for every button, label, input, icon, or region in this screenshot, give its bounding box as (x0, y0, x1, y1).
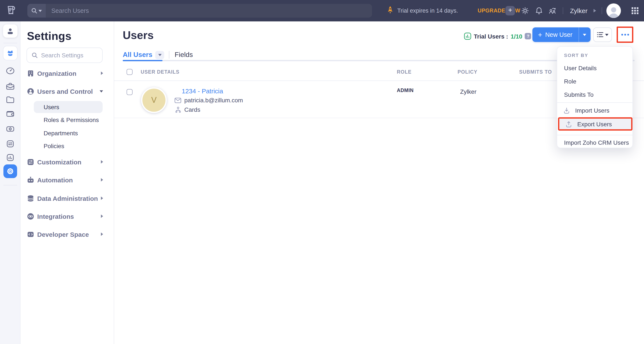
folder-icon[interactable] (5, 95, 15, 104)
chevron-right-icon[interactable] (594, 9, 596, 13)
sidebar-group-label: Automation (37, 176, 73, 184)
trial-users-label: Trial Users : (474, 33, 508, 40)
search-scope-selector[interactable] (27, 4, 46, 18)
sidebar-item-roles-permissions[interactable]: Roles & Permissions (34, 114, 103, 126)
import-icon (563, 107, 570, 114)
rail-divider (4, 185, 17, 185)
more-actions-button[interactable] (617, 27, 633, 43)
chevron-right-icon (101, 178, 103, 182)
menu-item-export-users[interactable]: Export Users (558, 117, 632, 131)
rail-divider (4, 43, 17, 43)
sidebar-group-developer-space[interactable]: Developer Space (27, 229, 103, 239)
switch-user-icon[interactable] (549, 7, 556, 15)
trial-chart-icon (464, 33, 471, 40)
bell-icon[interactable] (536, 7, 543, 15)
select-all-checkbox[interactable] (126, 69, 132, 75)
menu-item-label: Import Users (575, 107, 609, 114)
sidebar-group-automation[interactable]: Automation (27, 175, 103, 185)
sidebar-item-label: Roles & Permissions (44, 116, 99, 123)
person-icon (6, 27, 14, 35)
column-header-user-details[interactable]: USER DETAILS (141, 69, 180, 75)
search-settings-input[interactable] (41, 52, 97, 59)
settings-title: Settings (27, 30, 72, 43)
chevron-down-icon (158, 54, 162, 56)
chevron-down-icon (38, 10, 42, 12)
topbar-divider (602, 7, 602, 14)
building-icon (27, 70, 34, 77)
list-view-icon (597, 32, 603, 38)
new-user-dropdown-button[interactable] (578, 27, 590, 42)
menu-item-label: Submits To (564, 91, 594, 98)
user-role: ADMIN (397, 88, 414, 93)
trial-users-badge: Trial Users : 1/10 ? (464, 33, 531, 40)
chevron-down-icon (100, 90, 103, 92)
sidebar-item-label: Policies (44, 142, 64, 149)
rocket-icon (387, 6, 394, 16)
column-header-policy[interactable]: POLICY (458, 69, 478, 75)
app-logo-receipt-icon[interactable] (6, 5, 17, 17)
sidebar-item-users[interactable]: Users (34, 101, 103, 113)
admin-view-button[interactable] (3, 46, 17, 60)
active-tab-indicator (123, 60, 162, 61)
sidebar-group-integrations[interactable]: Integrations (27, 211, 103, 221)
tab-all-users[interactable]: All Users (123, 51, 152, 59)
dashboard-gauge-icon[interactable] (5, 66, 15, 76)
menu-item-sort-submits-to[interactable]: Submits To (557, 89, 632, 100)
list-view-toggle-button[interactable] (593, 27, 612, 42)
sidebar-group-customization[interactable]: Customization (27, 157, 103, 167)
sidebar-item-departments[interactable]: Departments (34, 127, 103, 139)
sidebar-group-label: Data Administration (37, 195, 98, 202)
my-profile-button[interactable] (3, 24, 17, 38)
chevron-right-icon (101, 197, 103, 200)
user-avatar[interactable]: V (141, 87, 167, 113)
row-checkbox[interactable] (126, 89, 132, 95)
sidebar-group-organization[interactable]: Organization (27, 68, 103, 78)
menu-item-import-zoho-crm-users[interactable]: Import Zoho CRM Users (557, 136, 632, 149)
new-user-button[interactable]: + New User (532, 27, 578, 42)
tab-divider (169, 51, 170, 59)
user-email: patricia.b@zillum.com (184, 97, 243, 104)
card-diamond-icon[interactable] (5, 124, 15, 134)
column-header-submits-to[interactable]: SUBMITS TO (519, 69, 552, 75)
tab-fields[interactable]: Fields (175, 51, 193, 59)
plus-icon: + (538, 31, 542, 38)
menu-divider (557, 135, 632, 135)
org-name[interactable]: Zylker (570, 7, 588, 14)
ellipsis-icon (627, 34, 629, 36)
hierarchy-icon (175, 106, 181, 113)
gear-icon[interactable] (521, 7, 529, 15)
menu-item-sort-role[interactable]: Role (557, 76, 632, 87)
avatar[interactable] (606, 4, 621, 18)
all-users-dropdown-button[interactable] (156, 51, 164, 59)
help-icon[interactable]: ? (525, 33, 531, 39)
sidebar-group-data-administration[interactable]: Data Administration (27, 193, 103, 203)
sidebar-group-users-and-control[interactable]: Users and Control (27, 86, 103, 96)
settings-active-button[interactable] (3, 164, 17, 178)
briefcase-icon[interactable] (5, 82, 15, 91)
sidebar-item-policies[interactable]: Policies (34, 140, 103, 152)
chevron-right-icon (101, 233, 103, 236)
code-icon (27, 231, 34, 238)
settings-sidebar: Settings Organization (20, 22, 114, 344)
left-icon-rail (0, 22, 20, 344)
view-tabs: All Users Fields (123, 50, 193, 60)
ellipsis-icon (624, 34, 626, 36)
menu-item-import-users[interactable]: Import Users (557, 104, 632, 117)
user-submits-to-value[interactable]: Cards (184, 106, 200, 113)
trial-expiry-text: Trial expires in 14 days. (397, 8, 458, 14)
menu-item-sort-user-details[interactable]: User Details (557, 63, 632, 74)
wallet-icon[interactable] (5, 109, 15, 119)
envelope-icon (174, 97, 181, 103)
bar-chart-icon[interactable] (5, 153, 15, 162)
search-users-input[interactable] (46, 7, 372, 14)
card-sliders-icon[interactable] (5, 139, 15, 148)
sidebar-group-label: Users and Control (37, 88, 93, 95)
user-name-link[interactable]: 1234 - Patricia (182, 87, 223, 95)
chevron-right-icon (101, 72, 103, 75)
apps-grid-icon[interactable] (632, 7, 638, 14)
sidebar-group-label: Customization (37, 158, 82, 165)
menu-divider (557, 102, 632, 103)
column-header-role[interactable]: ROLE (397, 69, 412, 75)
create-new-button[interactable]: + (506, 6, 515, 16)
more-actions-menu: SORT BY User Details Role Submits To Imp… (557, 46, 633, 148)
